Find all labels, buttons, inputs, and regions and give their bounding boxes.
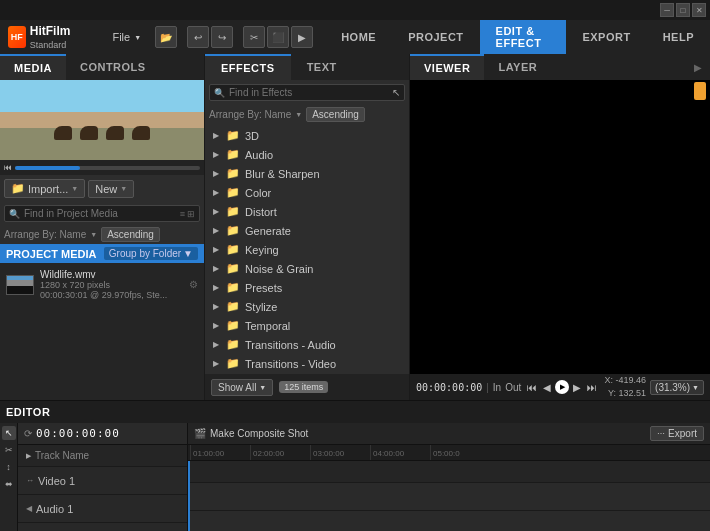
effects-arrange-arrow[interactable]: ▼: [295, 111, 302, 118]
effect-item-keying[interactable]: ▶ 📁 Keying: [205, 240, 409, 259]
timeline-audio-track[interactable]: [188, 511, 710, 531]
effect-label: Temporal: [245, 320, 290, 332]
timeline-video-track[interactable]: [188, 483, 710, 511]
ruler-mark: 04:00:00: [370, 445, 430, 460]
nav-tab-export[interactable]: EXPORT: [566, 20, 646, 54]
track-expand-video[interactable]: ↔: [26, 476, 34, 485]
tab-controls[interactable]: CONTROLS: [66, 54, 160, 80]
preview-progress-bar[interactable]: [15, 166, 200, 170]
effect-item-3d[interactable]: ▶ 📁 3D: [205, 126, 409, 145]
effect-item-presets[interactable]: ▶ 📁 Presets: [205, 278, 409, 297]
editor-tool-select[interactable]: ↖: [2, 426, 16, 440]
media-gear-icon[interactable]: ⚙: [189, 279, 198, 290]
effect-item-generate[interactable]: ▶ 📁 Generate: [205, 221, 409, 240]
viewer-skip-end-button[interactable]: ⏭: [585, 381, 599, 394]
editor-tracks-header: ⟳ 00:00:00:00: [18, 423, 187, 445]
effect-item-temporal[interactable]: ▶ 📁 Temporal: [205, 316, 409, 335]
media-info: Wildlife.wmv 1280 x 720 pixels 00:00:30:…: [40, 269, 183, 300]
grid-view-icon[interactable]: ⊞: [187, 209, 195, 219]
viewer-play-button[interactable]: ▶: [555, 380, 569, 394]
nav-tab-help[interactable]: HELP: [647, 20, 710, 54]
effect-item-transitions-video[interactable]: ▶ 📁 Transitions - Video: [205, 354, 409, 373]
viewer-zoom[interactable]: (31.3%) ▼: [650, 380, 704, 395]
export-button[interactable]: ⋯ Export: [650, 426, 704, 441]
editor-header: EDITOR: [0, 401, 710, 423]
effect-item-audio[interactable]: ▶ 📁 Audio: [205, 145, 409, 164]
effect-folder-icon: 📁: [226, 167, 240, 180]
main-content: MEDIA CONTROLS ⏮ 📁 Im: [0, 54, 710, 400]
file-menu[interactable]: File ▼: [102, 31, 151, 43]
effect-item-color[interactable]: ▶ 📁 Color: [205, 183, 409, 202]
arrange-dropdown-arrow[interactable]: ▼: [90, 231, 97, 238]
effect-item-distort[interactable]: ▶ 📁 Distort: [205, 202, 409, 221]
effect-item-transitions-audio[interactable]: ▶ 📁 Transitions - Audio: [205, 335, 409, 354]
preview-horses: [0, 126, 204, 140]
tab-effects[interactable]: EFFECTS: [205, 54, 291, 80]
tab-media[interactable]: MEDIA: [0, 54, 66, 80]
ascending-button[interactable]: Ascending: [101, 227, 160, 242]
viewer-prev-frame-button[interactable]: ◀: [541, 381, 553, 394]
titlebar: ─ □ ✕: [0, 0, 710, 20]
list-view-icon[interactable]: ≡: [180, 209, 185, 219]
effects-search-container: 🔍 ↖: [209, 84, 405, 101]
media-thumbnail: [6, 275, 34, 295]
playhead[interactable]: [188, 461, 190, 531]
editor-time-display: 00:00:00:00: [36, 427, 120, 440]
media-name: Wildlife.wmv: [40, 269, 183, 280]
new-button[interactable]: New ▼: [88, 180, 134, 198]
effect-item-noise[interactable]: ▶ 📁 Noise & Grain: [205, 259, 409, 278]
effect-item-stylize[interactable]: ▶ 📁 Stylize: [205, 297, 409, 316]
effect-item-blur[interactable]: ▶ 📁 Blur & Sharpen: [205, 164, 409, 183]
nav-tab-project[interactable]: PROJECT: [392, 20, 479, 54]
toolbar-redo-button[interactable]: ↪: [211, 26, 233, 48]
track-expand-audio[interactable]: ◀: [26, 504, 32, 513]
toolbar-open-button[interactable]: 📂: [155, 26, 177, 48]
editor-tool-move[interactable]: ↕: [2, 460, 16, 474]
toolbar-play-button[interactable]: ▶: [291, 26, 313, 48]
search-media-input[interactable]: [24, 208, 176, 219]
track-video1: ↔ Video 1: [18, 467, 187, 495]
toolbar-undo-button[interactable]: ↩: [187, 26, 209, 48]
show-all-dropdown[interactable]: Show All ▼: [211, 379, 273, 396]
preview-controls: ⏮: [0, 160, 204, 175]
viewer-skip-start-button[interactable]: ⏮: [525, 381, 539, 394]
composite-shot-button[interactable]: 🎬 Make Composite Shot: [194, 428, 308, 439]
effect-folder-icon: 📁: [226, 262, 240, 275]
effects-ascending-button[interactable]: Ascending: [306, 107, 365, 122]
viewer-tabs: VIEWER LAYER ▶: [410, 54, 710, 80]
ruler-mark: 03:00:00: [310, 445, 370, 460]
effect-folder-icon: 📁: [226, 129, 240, 142]
media-item[interactable]: Wildlife.wmv 1280 x 720 pixels 00:00:30:…: [0, 266, 204, 303]
viewer-expand-icon[interactable]: ▶: [686, 62, 710, 73]
toolbar-cut-button[interactable]: ✂: [243, 26, 265, 48]
minimize-button[interactable]: ─: [660, 3, 674, 17]
editor-tool-cut[interactable]: ✂: [2, 443, 16, 457]
effect-expand-icon: ▶: [213, 245, 221, 254]
project-media-label: PROJECT MEDIA: [6, 248, 100, 260]
group-by-folder[interactable]: Group by Folder ▼: [104, 247, 198, 260]
preview-rewind-button[interactable]: ⏮: [4, 163, 12, 172]
nav-tab-home[interactable]: HOME: [325, 20, 392, 54]
toolbar-action-button[interactable]: ⬛: [267, 26, 289, 48]
logo-icon: HF: [8, 26, 26, 48]
import-bar: 📁 Import... ▼ New ▼: [0, 175, 204, 202]
effect-label: 3D: [245, 130, 259, 142]
effects-tabs: EFFECTS TEXT: [205, 54, 409, 80]
editor-tool-slip[interactable]: ⬌: [2, 477, 16, 491]
search-media-container: 🔍 ≡ ⊞: [4, 205, 200, 222]
import-button[interactable]: 📁 Import... ▼: [4, 179, 85, 198]
track-video1-label: Video 1: [38, 475, 75, 487]
effect-folder-icon: 📁: [226, 281, 240, 294]
editor-label: EDITOR: [6, 406, 50, 418]
maximize-button[interactable]: □: [676, 3, 690, 17]
tab-layer[interactable]: LAYER: [484, 54, 551, 80]
nav-tab-edit-effect[interactable]: EDIT & EFFECT: [480, 20, 567, 54]
viewer-next-frame-button[interactable]: ▶: [571, 381, 583, 394]
pin-icon[interactable]: [694, 82, 706, 100]
effects-search-input[interactable]: [229, 87, 388, 98]
composite-shot-label: Make Composite Shot: [210, 428, 308, 439]
loop-icon[interactable]: ⟳: [24, 428, 32, 439]
tab-viewer[interactable]: VIEWER: [410, 54, 484, 80]
close-button[interactable]: ✕: [692, 3, 706, 17]
tab-text[interactable]: TEXT: [291, 54, 353, 80]
